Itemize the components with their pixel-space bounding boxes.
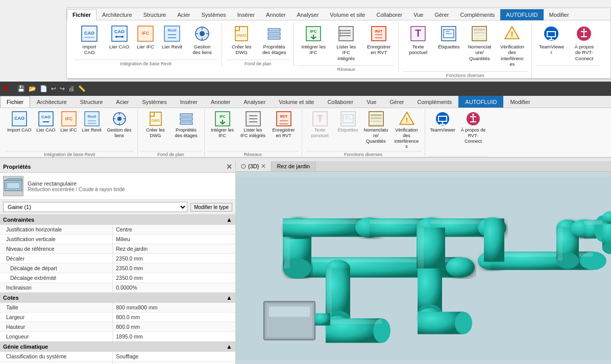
tab-inserer-top[interactable]: Insérer: [232, 9, 260, 20]
main-btn-lier-cao[interactable]: CAO Lier CAO: [35, 109, 58, 135]
prop-value-classif-sys[interactable]: Soufflage: [113, 352, 235, 361]
svg-point-5: [115, 36, 117, 38]
main-btn-lier-ifc[interactable]: IFC Lier IFC: [59, 109, 79, 135]
main-btn-label-apropos: À propos de RVT-Connect: [460, 127, 486, 144]
tab-collaborer-top[interactable]: Collaborer: [371, 9, 408, 20]
prop-value-justification-v[interactable]: Milieu: [113, 235, 235, 244]
tab-volume-top[interactable]: Volume et site: [324, 9, 371, 20]
main-btn-verification[interactable]: ! Vérification des interférences: [392, 109, 422, 151]
modify-type-btn[interactable]: Modifier le type: [190, 203, 232, 212]
main-tab-structure[interactable]: Structure: [74, 96, 110, 108]
prop-value-niveau-ref[interactable]: Rez de jardin: [113, 244, 235, 253]
btn-prop-etages-top[interactable]: Propriétés des étages: [259, 22, 289, 58]
tab-architecture-top[interactable]: Architecture: [96, 9, 138, 20]
viewport-canvas[interactable]: [236, 172, 611, 364]
btn-nomenclature-top[interactable]: Nomenclature/ Quantités: [464, 22, 495, 63]
section-cotes-toggle[interactable]: ▲: [226, 294, 232, 301]
main-btn-gestion-liens[interactable]: Gestion des liens: [105, 109, 134, 140]
save-icon[interactable]: 💾: [16, 85, 26, 93]
main-btn-teamviewer[interactable]: TeamViewer: [428, 109, 457, 135]
main-tab-architecture[interactable]: Architecture: [30, 96, 74, 108]
btn-lier-ifc-top[interactable]: IFC Lier IFC: [134, 22, 157, 51]
main-btn-enregistrer-rvt[interactable]: RVT Enregistrer en RVT: [269, 109, 299, 140]
prop-value-inclinaison[interactable]: 0.0000%: [113, 283, 235, 292]
main-tab-gerer[interactable]: Gérer: [383, 96, 410, 108]
main-tab-autofluid[interactable]: AUTOFLUID: [458, 96, 503, 108]
btn-verification-top[interactable]: ! Vérification des interférences: [497, 22, 527, 69]
tab-complements-top[interactable]: Compléments: [455, 9, 501, 20]
prop-value-hauteur[interactable]: 800.0 mm: [113, 322, 235, 331]
btn-enregistrer-rvt-top[interactable]: RVT Enregistrer en RVT: [363, 22, 394, 58]
prop-value-type-sys[interactable]: Soufflage: [113, 361, 235, 364]
viewport-tab-rez[interactable]: Rez de jardin: [272, 161, 315, 171]
tab-modifier-top[interactable]: Modifier: [544, 9, 575, 20]
tab-fichier-top[interactable]: Fichier: [67, 9, 96, 20]
main-tab-systemes[interactable]: Systèmes: [135, 96, 173, 108]
main-tab-analyser[interactable]: Analyser: [237, 96, 273, 108]
main-btn-integrer-ifc[interactable]: IFC Intégrer les IFC: [208, 109, 237, 140]
prop-value-longueur[interactable]: 1895.0 mm: [113, 332, 235, 341]
prop-value-justification-h[interactable]: Centre: [113, 225, 235, 234]
btn-gestion-liens-top[interactable]: Gestion des liens: [187, 22, 217, 58]
tab-annoter-top[interactable]: Annoter: [260, 9, 291, 20]
main-tab-complements[interactable]: Compléments: [410, 96, 458, 108]
btn-texte-ponctuel-top[interactable]: T Texte ponctuel: [403, 22, 433, 58]
tab-gerer-top[interactable]: Gérer: [429, 9, 454, 20]
main-btn-nomenclature[interactable]: Nomenclature/ Quantités: [361, 109, 391, 145]
section-genie-toggle[interactable]: ▲: [226, 343, 232, 350]
redo-icon[interactable]: ↪: [59, 85, 66, 93]
tab-3d-close[interactable]: ✕: [261, 163, 266, 170]
btn-lister-ifc-top[interactable]: Lister les IFC intégrés: [331, 22, 361, 63]
viewport-tab-3d[interactable]: ⬡ {3D} ✕: [236, 161, 272, 171]
main-tab-inserer[interactable]: Insérer: [174, 96, 204, 108]
main-btn-lier-revit[interactable]: Revit Lier Revit: [80, 109, 104, 135]
undo-icon[interactable]: ↩: [50, 85, 57, 93]
main-tab-volume[interactable]: Volume et site: [272, 96, 321, 108]
prop-value-decalage-ext[interactable]: 2350.0 mm: [113, 273, 235, 282]
main-tab-fichier[interactable]: Fichier: [0, 96, 30, 108]
prop-value-largeur[interactable]: 800.0 mm: [113, 313, 235, 322]
main-tab-modifier[interactable]: Modifier: [503, 96, 536, 108]
main-prop-etages-icon: [178, 111, 194, 127]
tab-systemes-top[interactable]: Systèmes: [195, 9, 231, 20]
open-icon[interactable]: 📂: [28, 85, 37, 93]
section-contraintes-toggle[interactable]: ▲: [226, 216, 232, 223]
btn-etiquettes-top[interactable]: Étiquettes: [435, 22, 462, 51]
svg-rect-76: [7, 183, 20, 189]
btn-teamviewer-top[interactable]: TeamViewer: [536, 22, 567, 58]
prop-value-decalage-depart[interactable]: 2350.0 mm: [113, 264, 235, 273]
new-icon[interactable]: 📄: [39, 85, 48, 93]
main-btn-apropos[interactable]: À propos de RVT-Connect: [458, 109, 488, 145]
properties-close-btn[interactable]: ✕: [226, 163, 232, 171]
main-btn-texte-ponctuel[interactable]: T Texte ponctuel: [305, 109, 335, 140]
svg-rect-34: [474, 38, 485, 40]
measure-icon[interactable]: 📏: [77, 85, 87, 93]
tab-structure-top[interactable]: Structure: [138, 9, 172, 20]
main-btn-import-cao[interactable]: CAO Import CAO: [5, 109, 34, 135]
main-tab-collaborer[interactable]: Collaborer: [321, 96, 360, 108]
prop-value-decaler[interactable]: 2350.0 mm: [113, 254, 235, 263]
main-btn-lister-ifc[interactable]: Lister les IFC intégrés: [238, 109, 268, 140]
tab-analyser-top[interactable]: Analyser: [291, 9, 325, 20]
properties-panel: Propriétés ✕ Gaine rectangulaire Réducti…: [0, 161, 236, 364]
btn-import-cao-top[interactable]: CAO Import CAO: [74, 22, 105, 58]
btn-integrer-ifc-top[interactable]: IFC Intégrer les IFC: [298, 22, 329, 58]
main-tab-acier[interactable]: Acier: [109, 96, 135, 108]
tab-vue-top[interactable]: Vue: [408, 9, 429, 20]
btn-label-integrer-ifc-top: Intégrer les IFC: [301, 44, 326, 56]
print-icon[interactable]: 🖨: [67, 85, 76, 93]
btn-creer-dwg-top[interactable]: DWG Créer les DWG: [226, 22, 257, 58]
tab-autofluid-top[interactable]: AUTOFLUID: [500, 9, 543, 20]
main-tab-vue[interactable]: Vue: [360, 96, 383, 108]
type-dropdown[interactable]: Gaine (1): [3, 202, 187, 212]
btn-lier-revit-top[interactable]: Revit Lier Revit: [159, 22, 185, 51]
main-tab-annoter[interactable]: Annoter: [204, 96, 237, 108]
btn-apropos-top[interactable]: À propos de RVT-Connect: [569, 22, 599, 63]
main-btn-creer-dwg[interactable]: DWG Créer les DWG: [141, 109, 170, 140]
btn-lier-cao-top[interactable]: CAO Lier CAO: [107, 22, 132, 51]
lier-ifc-icon-top: IFC: [136, 24, 155, 43]
tab-acier-top[interactable]: Acier: [172, 9, 195, 20]
prop-value-taille[interactable]: 800 mmx800 mm: [113, 303, 235, 312]
main-btn-etiquettes[interactable]: Étiquettes: [336, 109, 360, 135]
main-btn-prop-etages[interactable]: Propriétés des étages: [172, 109, 201, 140]
